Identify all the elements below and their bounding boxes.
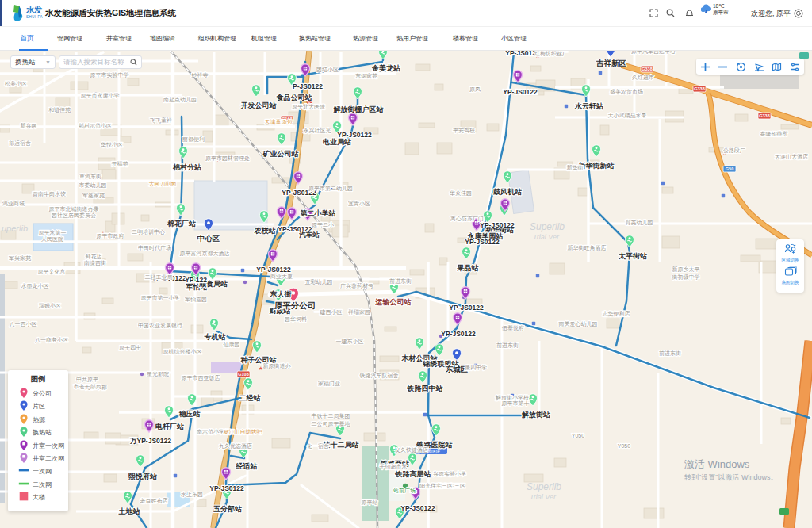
svg-text:东大街: 东大街 — [270, 290, 292, 298]
svg-text:水墨龙小区: 水墨龙小区 — [21, 283, 49, 289]
svg-text:棉村分站: 棉村分站 — [172, 163, 201, 171]
svg-text:原平分公司: 原平分公司 — [274, 300, 316, 310]
svg-text:夏江山自助烤吧: 夏江山自助烤吧 — [224, 429, 263, 435]
svg-text:松养小区: 松养小区 — [5, 81, 27, 86]
svg-text:原平市第十: 原平市第十 — [502, 400, 530, 407]
svg-text:新华街旺角酒店: 新华街旺角酒店 — [568, 244, 607, 251]
svg-text:宜青小区: 宜青小区 — [348, 201, 370, 206]
svg-text:第二小学站: 第二小学站 — [300, 209, 336, 217]
svg-text:草鸿东街: 草鸿东街 — [79, 174, 102, 180]
svg-text:中国农业发展银行: 中国农业发展银行 — [138, 323, 182, 329]
svg-text:YP 122: YP 122 — [185, 276, 207, 284]
svg-text:二经站: 二经站 — [239, 394, 261, 402]
svg-text:团结小区: 团结小区 — [316, 67, 339, 73]
svg-text:家福门业: 家福门业 — [318, 381, 340, 387]
svg-text:太平街站: 太平街站 — [618, 252, 647, 260]
svg-text:阳光住宅三区: 阳光住宅三区 — [419, 483, 453, 489]
svg-text:解放街棚户区站: 解放街棚户区站 — [333, 105, 384, 113]
svg-text:东烟家苑: 东烟家苑 — [355, 73, 377, 79]
svg-text:乂久快捷酒店: 乂久快捷酒店 — [395, 446, 428, 453]
svg-text:G50: G50 — [726, 166, 733, 171]
svg-text:新原街道办: 新原街道办 — [263, 362, 292, 369]
svg-text:瑞姆小区: 瑞姆小区 — [39, 303, 61, 309]
svg-text:YP-JS0122: YP-JS0122 — [400, 504, 435, 512]
svg-text:南滦西街: 南滦西街 — [84, 260, 106, 266]
svg-text:军兴家苑: 军兴家苑 — [9, 255, 31, 262]
svg-text:原平市第一小学: 原平市第一小学 — [141, 294, 180, 300]
svg-text:广兴蓉药材号: 广兴蓉药材号 — [340, 283, 373, 289]
svg-text:中田时代广场: 中田时代广场 — [138, 245, 171, 251]
svg-text:九久优选酒店: 九久优选酒店 — [219, 442, 252, 450]
svg-text:中铁十二局集团: 中铁十二局集团 — [312, 413, 350, 419]
svg-text:南起点幼儿园: 南起点幼儿园 — [163, 97, 197, 103]
svg-text:YP-JS0122: YP-JS0122 — [337, 131, 372, 139]
svg-text:Y050: Y050 — [572, 433, 584, 438]
svg-text:商业大厦: 商业大厦 — [270, 274, 293, 280]
svg-text:YP-JS0122: YP-JS0122 — [465, 238, 500, 246]
svg-text:原平水第一: 原平水第一 — [39, 230, 67, 235]
svg-text:公路段厂: 公路段厂 — [723, 147, 745, 154]
svg-text:原平市第二幼儿园: 原平市第二幼儿园 — [308, 185, 353, 192]
svg-text:转到"设置"以激活 Windows。: 转到"设置"以激活 Windows。 — [684, 473, 777, 481]
svg-text:铁路汽车队宿舍: 铁路汽车队宿舍 — [359, 372, 399, 379]
svg-text:YP-JS0122: YP-JS0122 — [480, 221, 515, 229]
svg-text:鼓风机站: 鼓风机站 — [492, 188, 522, 196]
svg-text:志华便利店: 志华便利店 — [603, 310, 630, 317]
svg-text:铁路高层站: 铁路高层站 — [395, 470, 431, 478]
svg-text:Y050: Y050 — [618, 443, 630, 449]
svg-text:吉祥新区: 吉祥新区 — [596, 59, 627, 67]
svg-text:原平站: 原平站 — [362, 499, 378, 506]
svg-text:二明培训中心: 二明培训中心 — [132, 229, 165, 235]
svg-text:前进东街: 前进东街 — [496, 342, 519, 349]
svg-text:军怡嘉园: 军怡嘉园 — [185, 297, 207, 303]
svg-text:飞飞童祥: 飞飞童祥 — [150, 117, 172, 124]
svg-text:二公司原平基地: 二公司原平基地 — [312, 421, 350, 427]
svg-text:食品公司站: 食品公司站 — [276, 94, 312, 101]
svg-text:晋南牛肉水饺: 晋南牛肉水饺 — [33, 191, 66, 197]
svg-text:G108: G108 — [238, 372, 248, 377]
svg-text:和谐佳苑: 和谐佳苑 — [48, 107, 71, 113]
svg-text:雨关爱心幼儿园: 雨关爱心幼儿园 — [559, 320, 598, 327]
svg-text:泰隆招待所: 泰隆招待所 — [760, 131, 788, 137]
svg-text:园华饲料: 园华饲料 — [285, 316, 307, 323]
svg-text:永兴社区光: 永兴社区光 — [304, 128, 331, 134]
svg-text:解放街站: 解放街站 — [521, 411, 550, 419]
svg-text:YP-JS0122: YP-JS0122 — [256, 266, 291, 274]
svg-text:大小武精品水果: 大小武精品水果 — [608, 113, 647, 119]
svg-text:原平市西亚饭店: 原平市西亚饭店 — [182, 374, 220, 381]
svg-text:YP-JS0122: YP-JS0122 — [441, 330, 476, 338]
svg-text:妙祥寺: 妙祥寺 — [191, 72, 209, 78]
svg-text:矿业公司站: 矿业公司站 — [262, 150, 299, 158]
svg-text:开福苑: 开福苑 — [112, 161, 128, 167]
svg-text:农校站: 农校站 — [254, 227, 276, 235]
svg-text:棉花厂站: 棉花厂站 — [167, 220, 196, 228]
svg-text:YP-JS0122: YP-JS0122 — [449, 304, 484, 312]
svg-text:YP-JS0122: YP-JS0122 — [209, 484, 244, 492]
svg-text:G338: G338 — [694, 86, 704, 91]
svg-text:YP-JS0122: YP-JS0122 — [503, 88, 538, 96]
svg-text:市委幼儿园: 市委幼儿园 — [79, 182, 107, 189]
svg-text:新兴网: 新兴网 — [21, 122, 37, 129]
svg-text:新华街: 新华街 — [567, 164, 584, 171]
svg-text:八一商务小区: 八一商务小区 — [35, 337, 68, 343]
svg-text:G338: G338 — [642, 67, 652, 71]
svg-text:一建西小区: 一建西小区 — [315, 309, 343, 316]
svg-text:uperlib: uperlib — [2, 224, 28, 233]
svg-text:红梅纺织丝厂: 红梅纺织丝厂 — [534, 51, 568, 57]
svg-text:运输公司站: 运输公司站 — [375, 298, 412, 306]
svg-text:原凤: 原凤 — [469, 86, 481, 92]
svg-text:天涯山大酒店: 天涯山大酒店 — [775, 153, 808, 160]
svg-text:鲜花店: 鲜花店 — [86, 253, 102, 260]
svg-text:原平富河京都大酒店: 原平富河京都大酒店 — [180, 250, 230, 257]
svg-text:离心防冻厂门: 离心防冻厂门 — [450, 216, 484, 222]
svg-text:原平市实验中学: 原平市实验中学 — [90, 71, 129, 78]
svg-text:Trial Ver: Trial Ver — [533, 233, 560, 241]
svg-text:天津童汤包: 天津童汤包 — [265, 118, 293, 125]
svg-text:开发公司站: 开发公司站 — [240, 101, 277, 109]
svg-text:原干四中: 原干四中 — [119, 345, 141, 351]
svg-text:Superlib: Superlib — [527, 481, 561, 492]
svg-text:盛美农贸市场: 盛美农贸市场 — [610, 88, 643, 95]
svg-text:中共原平: 中共原平 — [76, 377, 98, 383]
svg-text:鸿业商城: 鸿业商城 — [2, 201, 25, 206]
svg-text:华悦小区: 华悦小区 — [101, 142, 123, 148]
